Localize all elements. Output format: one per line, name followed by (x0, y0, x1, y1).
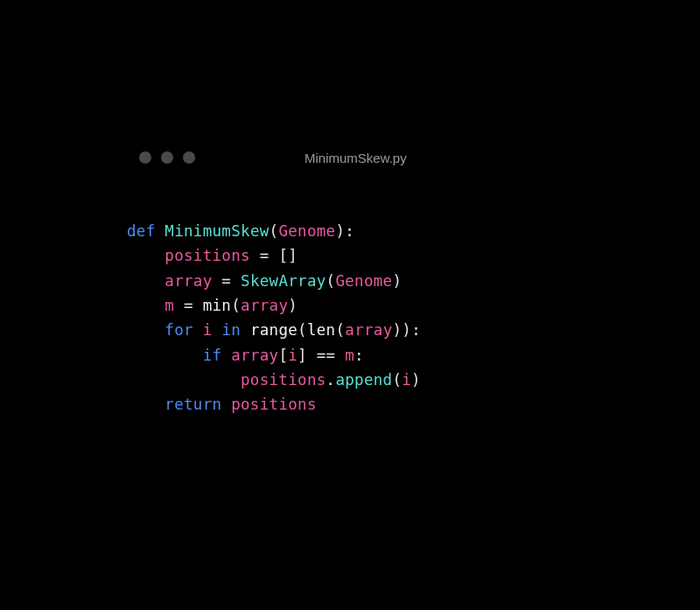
builtin-len: len (307, 321, 336, 339)
code-line-5: for i in range(len(array)): (127, 321, 421, 339)
indent (127, 396, 164, 413)
variable: positions (231, 396, 317, 413)
function-call: SkewArray (241, 272, 326, 290)
punct: ) (411, 371, 421, 389)
space (241, 321, 250, 339)
indent (127, 247, 164, 264)
variable: m (164, 297, 174, 314)
operator: == (307, 347, 345, 364)
punct: ): (335, 222, 354, 240)
window-title: MinimumSkew.py (304, 151, 407, 165)
code-line-2: positions = [] (127, 247, 298, 264)
param: Genome (278, 222, 335, 240)
variable: array (164, 272, 212, 290)
operator: = (213, 272, 242, 290)
indent (127, 297, 164, 314)
variable: i (203, 321, 213, 339)
punct: ): (402, 321, 421, 339)
variable: array (231, 347, 278, 364)
bracket: ] (298, 347, 307, 364)
traffic-lights (139, 151, 195, 164)
keyword-for: for (164, 321, 193, 339)
space (213, 321, 222, 339)
brackets: [] (278, 247, 298, 264)
punct: ( (298, 321, 307, 339)
punct: . (326, 371, 336, 389)
keyword-def: def (127, 222, 156, 240)
code-line-4: m = min(array) (127, 297, 298, 314)
punct: ( (392, 371, 402, 389)
operator: = (250, 247, 279, 264)
punct: ) (288, 297, 298, 314)
method-append: append (335, 371, 392, 389)
argument: Genome (335, 272, 392, 290)
space (193, 321, 203, 339)
argument: array (345, 321, 392, 339)
punct: ) (392, 272, 402, 290)
code-line-1: def MinimumSkew(Genome): (127, 222, 354, 240)
function-name: MinimumSkew (164, 222, 269, 240)
keyword-if: if (203, 347, 222, 364)
keyword-in: in (221, 321, 241, 339)
titlebar: MinimumSkew.py (127, 144, 421, 171)
close-icon[interactable] (139, 151, 151, 164)
maximize-icon[interactable] (183, 151, 195, 164)
variable: positions (164, 247, 250, 264)
bracket: [ (278, 347, 288, 364)
indent (127, 347, 203, 364)
argument: array (241, 297, 288, 314)
editor-window: MinimumSkew.py def MinimumSkew(Genome): … (127, 144, 421, 417)
indent (127, 272, 164, 290)
indent (127, 371, 241, 389)
punct: ) (392, 321, 402, 339)
space (221, 347, 231, 364)
code-line-6: if array[i] == m: (127, 347, 364, 364)
code-line-8: return positions (127, 396, 317, 413)
code-area[interactable]: def MinimumSkew(Genome): positions = [] … (127, 219, 421, 417)
code-line-7: positions.append(i) (127, 371, 421, 389)
argument: i (402, 371, 411, 389)
variable: i (288, 347, 298, 364)
operator: = (174, 297, 203, 314)
space (221, 396, 231, 413)
minimize-icon[interactable] (161, 151, 173, 164)
builtin-range: range (250, 321, 298, 339)
variable: m (345, 347, 354, 364)
punct: ( (335, 321, 345, 339)
keyword-return: return (164, 396, 221, 413)
punct: ( (326, 272, 336, 290)
punct: ( (270, 222, 279, 240)
builtin-min: min (203, 297, 232, 314)
code-line-3: array = SkewArray(Genome) (127, 272, 402, 290)
indent (127, 321, 164, 339)
variable: positions (241, 371, 326, 389)
punct: ( (231, 297, 241, 314)
punct: : (354, 347, 364, 364)
